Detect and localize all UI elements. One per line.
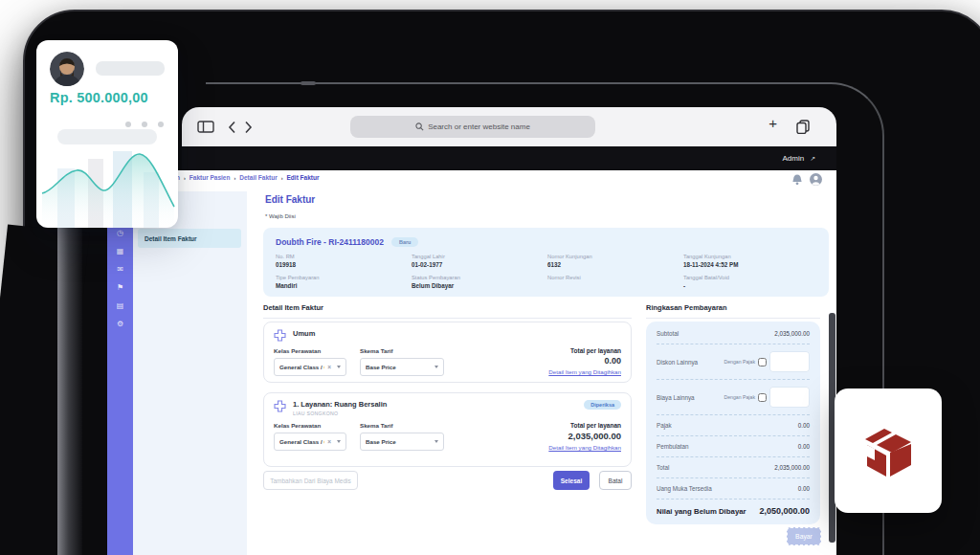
red-box-logo-icon [858,420,919,481]
summary-row-belum-dibayar: Nilai yang Belum Dibayar 2,050,000.00 [657,499,810,522]
chevron-down-icon [434,366,438,368]
status-badge-diperiksa: Diperiksa [584,400,621,410]
breadcrumb-item-faktur-pasien[interactable]: Faktur Pasien [189,174,231,181]
invoice-item-card-layanan: 1. Layanan: Ruang Bersalin LIAU SONGKONO… [263,392,632,467]
breadcrumb-item-detail-faktur[interactable]: Detail Faktur [239,174,277,181]
total-per-layanan-value: 2,035,000.00 [548,431,621,441]
detail-actions: Tambahkan Dari Biaya Medis Selesai Batal [263,471,632,490]
patient-field: No. RM019918 [276,254,412,268]
patient-field: Tanggal Batal/Void- [683,275,816,289]
address-bar[interactable]: Search or enter website name [350,116,595,138]
app-icon-sidebar: ◷ ▦ ✉ ⚑ ▤ ⚙ [107,170,133,555]
detail-item-link[interactable]: Detail Item yang Ditagihkan [548,368,621,375]
summary-row-subtotal: Subtotal 2,035,000.00 [657,323,810,344]
placeholder-bar [57,129,157,144]
patient-info-card: Doubth Fire - RI-2411180002 Baru No. RM0… [263,228,829,297]
kelas-perawatan-select[interactable]: General Class / Ou... × [274,433,346,451]
sidebar-toggle-icon[interactable] [197,121,214,133]
patient-field: Nomor Revisi [547,275,683,289]
avatar [50,52,84,86]
status-badge-baru: Baru [391,237,419,247]
sidebar-item-detail-item-faktur[interactable]: Detail Item Faktur [138,229,241,248]
printer-icon[interactable]: ▤ [117,302,124,310]
required-note: * Wajib Diisi [265,213,296,219]
skema-tarif-label: Skema Tarif [360,347,444,354]
pay-button[interactable]: Bayar [787,527,821,545]
patient-title: Doubth Fire - RI-2411180002 [276,237,384,247]
summary-row-biaya: Biaya Lainnya Dengan Pajak [657,379,810,414]
patient-field: Nomor Kunjungan6132 [547,254,683,268]
chevron-right-icon: › [281,175,283,181]
patient-field: Status PembayaranBelum Dibayar [412,275,547,289]
dots-decoration [125,122,164,127]
invoice-item-card-umum: Umum Kelas Perawatan General Class / Ou.… [263,322,632,383]
gear-icon[interactable]: ⚙ [117,321,123,328]
item-title: Umum [293,329,315,338]
item-title: 1. Layanan: Ruang Bersalin [293,400,387,409]
total-per-layanan-value: 0.00 [548,356,621,366]
patient-field: Tanggal Kunjungan18-11-2024 4:52 PM [683,254,816,268]
external-link-icon: ↗ [810,155,815,163]
tablet-left-rim [57,218,82,555]
patient-field: Tanggal Lahir01-02-1977 [412,254,547,268]
patient-field: Tipe PembayaranMandiri [276,275,412,289]
cancel-button[interactable]: Batal [599,471,632,490]
back-icon[interactable] [228,121,236,134]
app-secondary-sidebar: Detail Item Faktur [133,191,247,555]
clear-icon[interactable]: × [327,364,331,370]
tabs-overview-icon[interactable] [796,120,810,138]
summary-row-diskon: Diskon Lainnya Dengan Pajak [657,344,810,379]
placeholder-bar [96,61,165,76]
biaya-dengan-pajak-checkbox[interactable] [758,393,767,402]
brand-logo-card [835,388,942,513]
summary-row-pembulatan: Pembulatan 0.00 [657,435,810,456]
search-icon [415,122,424,131]
forward-icon[interactable] [244,121,253,134]
chevron-down-icon [337,440,341,443]
detail-item-link[interactable]: Detail Item yang Ditagihkan [548,444,621,451]
chevron-down-icon [434,440,438,443]
skema-tarif-select[interactable]: Base Price [360,433,444,451]
biaya-lainnya-input[interactable] [769,387,810,408]
skema-tarif-label: Skema Tarif [360,422,444,429]
detail-section-heading: Detail Item Faktur [263,303,632,319]
diskon-lainnya-input[interactable] [769,351,810,372]
skema-tarif-select[interactable]: Base Price [360,358,444,376]
new-tab-icon[interactable]: + [768,115,777,131]
total-per-layanan-label: Total per layanan [548,347,621,354]
total-per-layanan-label: Total per layanan [548,422,621,429]
clear-icon[interactable]: × [327,438,331,445]
header-icons [792,173,822,186]
admin-user-label[interactable]: Admin [782,154,804,163]
plus-cross-icon [274,329,286,342]
payment-summary-card: Subtotal 2,035,000.00 Diskon Lainnya Den… [646,322,820,524]
kelas-perawatan-label: Kelas Perawatan [274,347,346,354]
diskon-dengan-pajak-checkbox[interactable] [758,358,767,366]
wave-chart [38,144,178,228]
browser-toolbar: Search or enter website name + [182,107,836,146]
chevron-right-icon: › [234,175,235,181]
plus-cross-icon [274,400,286,412]
add-from-medical-button[interactable]: Tambahkan Dari Biaya Medis [263,471,358,490]
flag-icon[interactable]: ⚑ [117,284,123,292]
summary-section-heading: Ringkasan Pembayaran [646,303,820,319]
chevron-right-icon: › [184,175,186,181]
kelas-perawatan-select[interactable]: General Class / Ou... × [274,358,346,376]
floating-stat-card: Rp. 500.000,00 [36,40,178,228]
kelas-perawatan-label: Kelas Perawatan [274,422,346,429]
chevron-down-icon [337,366,341,368]
summary-row-total: Total 2,035,000.00 [657,456,810,477]
clock-icon[interactable]: ◷ [117,230,123,237]
breadcrumb: n › Faktur Pasien › Detail Faktur › Edit… [176,174,319,181]
finish-button[interactable]: Selesai [553,471,590,490]
user-avatar-icon[interactable] [810,173,822,186]
mail-icon[interactable]: ✉ [117,266,123,274]
address-bar-placeholder: Search or enter website name [428,122,530,131]
summary-row-pajak: Pajak 0.00 [657,414,810,435]
tablet-camera [301,81,316,85]
summary-row-uang-muka: Uang Muka Tersedia 0.00 [657,477,810,499]
stat-amount: Rp. 500.000,00 [50,90,148,105]
page-title: Edit Faktur [265,194,315,205]
modules-icon[interactable]: ▦ [117,248,124,255]
bell-icon[interactable] [792,174,802,186]
